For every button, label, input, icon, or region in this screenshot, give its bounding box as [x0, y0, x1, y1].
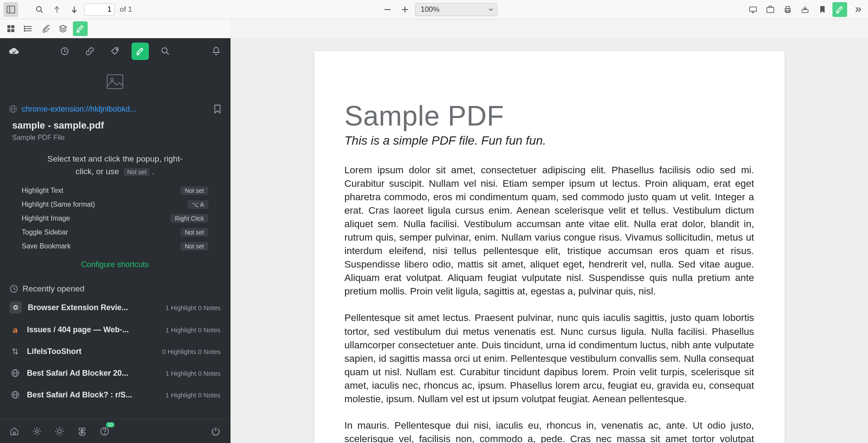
svg-marker-29 [59, 25, 66, 29]
highlight-tab[interactable] [132, 43, 149, 60]
layers-button[interactable] [56, 21, 70, 36]
pdf-toolbar: of 1 100% [0, 0, 868, 19]
image-placeholder-icon [0, 64, 230, 102]
svg-rect-36 [107, 75, 123, 89]
recent-list: Browser Extension Revie... 1 Highlight 0… [0, 296, 230, 406]
svg-line-61 [56, 433, 57, 434]
sidebar-toggle-button[interactable] [3, 2, 18, 17]
shortcut-row: Toggle SidebarNot set [22, 228, 208, 237]
shortcuts-list: Highlight TextNot set Highlight (Same fo… [0, 180, 230, 254]
svg-point-63 [104, 433, 105, 434]
site-icon: a [10, 324, 21, 335]
open-button[interactable] [763, 2, 778, 17]
download-button[interactable] [798, 2, 812, 17]
power-button[interactable] [209, 425, 222, 438]
hint-text: Select text and click the popup, right- … [0, 149, 230, 180]
pdf-viewer[interactable]: Sample PDF This is a simple PDF file. Fu… [230, 38, 868, 443]
shortcut-row: Highlight (Same format)⌥ A [22, 200, 208, 209]
sidebar-footer [0, 419, 230, 443]
svg-rect-12 [767, 7, 774, 13]
doc-heading: Sample PDF [345, 100, 754, 132]
list-view-button[interactable] [21, 21, 36, 36]
links-tab[interactable] [81, 43, 99, 60]
zoom-value: 100% [421, 5, 439, 14]
zoom-out-button[interactable] [380, 2, 395, 17]
svg-line-3 [41, 11, 43, 13]
bookmark-button[interactable] [815, 2, 830, 17]
app-view-toolbar [0, 19, 230, 38]
svg-line-58 [56, 428, 57, 429]
svg-point-52 [36, 430, 38, 433]
recent-item[interactable]: a Issues / 404 page — Web-... 1 Highligh… [0, 319, 230, 341]
sidebar-search-tab[interactable] [157, 43, 174, 60]
zoom-select[interactable]: 100% [415, 3, 497, 16]
notifications-icon[interactable] [208, 43, 224, 59]
recent-item[interactable]: Browser Extension Revie... 1 Highlight 0… [0, 296, 230, 319]
globe-icon [10, 389, 21, 400]
chevron-down-icon [488, 7, 493, 12]
svg-line-35 [167, 53, 169, 55]
svg-line-60 [62, 428, 62, 429]
svg-rect-51 [13, 432, 15, 435]
svg-rect-9 [750, 7, 756, 11]
more-tools-button[interactable] [850, 2, 865, 17]
page-count-label: of 1 [120, 5, 132, 14]
bookmark-outline-icon[interactable] [214, 104, 221, 114]
svg-point-26 [24, 26, 25, 27]
svg-rect-14 [786, 7, 789, 9]
svg-point-28 [24, 30, 25, 31]
svg-rect-0 [7, 6, 15, 13]
app-icon [10, 301, 22, 314]
settings-button[interactable] [30, 425, 43, 438]
pdf-page: Sample PDF This is a simple PDF file. Fu… [314, 51, 785, 443]
search-button[interactable] [32, 2, 47, 17]
recent-item[interactable]: Best Safari Ad Block? : r/S... 1 Highlig… [0, 384, 230, 406]
shortcut-row: Highlight ImageRight Click [22, 214, 208, 223]
highlighter-toggle-button[interactable] [832, 2, 847, 17]
grid-view-button[interactable] [3, 21, 18, 36]
svg-rect-21 [7, 29, 10, 32]
print-button[interactable] [780, 2, 795, 17]
zoom-in-button[interactable] [398, 2, 412, 17]
svg-line-59 [62, 433, 62, 434]
svg-point-37 [111, 78, 113, 81]
doc-paragraph: In mauris. Pellentesque dui nisi, iaculi… [345, 419, 754, 443]
source-url[interactable]: chrome-extension://hldjnlbobkd... [22, 105, 209, 114]
configure-shortcuts-link[interactable]: Configure shortcuts [0, 254, 230, 278]
svg-rect-22 [11, 29, 14, 32]
recent-item[interactable]: Best Safari Ad Blocker 20... 1 Highlight… [0, 362, 230, 384]
page-number-input[interactable] [84, 3, 115, 16]
globe-icon [9, 105, 17, 113]
highlighter-panel-button[interactable] [73, 21, 88, 36]
attachments-button[interactable] [38, 21, 53, 36]
doc-subheading: This is a simple PDF file. Fun fun fun. [345, 134, 754, 148]
recently-opened-header: Recently opened [0, 278, 230, 296]
history-icon [10, 284, 18, 293]
svg-rect-20 [11, 25, 14, 28]
history-tab[interactable] [56, 43, 73, 60]
globe-icon [10, 367, 21, 379]
document-subtitle: Sample PDF File [0, 133, 230, 149]
presentation-button[interactable] [746, 2, 760, 17]
sidebar: chrome-extension://hldjnlbobkd... sample… [0, 38, 230, 443]
cloud-sync-icon[interactable] [6, 43, 22, 59]
doc-paragraph: Lorem ipsum dolor sit amet, consectetuer… [345, 163, 754, 298]
shortcut-row: Highlight TextNot set [22, 186, 208, 195]
doc-paragraph: Pellentesque sit amet lectus. Praesent p… [345, 311, 754, 405]
theme-button[interactable] [53, 425, 66, 438]
prev-page-button[interactable] [49, 2, 64, 17]
svg-point-53 [58, 430, 61, 433]
svg-rect-19 [7, 25, 10, 28]
shortcut-row: Save BookmarkNot set [22, 242, 208, 251]
next-page-button[interactable] [67, 2, 82, 17]
sort-icon [10, 346, 21, 357]
recent-item[interactable]: LifeIsTooShort 0 Highlights 0 Notes [0, 341, 230, 362]
svg-point-2 [36, 7, 41, 11]
svg-point-32 [116, 49, 118, 50]
svg-point-34 [162, 48, 167, 53]
help-button[interactable] [98, 425, 111, 438]
command-button[interactable] [76, 425, 89, 438]
svg-point-27 [24, 28, 25, 29]
tags-tab[interactable] [106, 43, 124, 60]
home-button[interactable] [8, 425, 21, 438]
